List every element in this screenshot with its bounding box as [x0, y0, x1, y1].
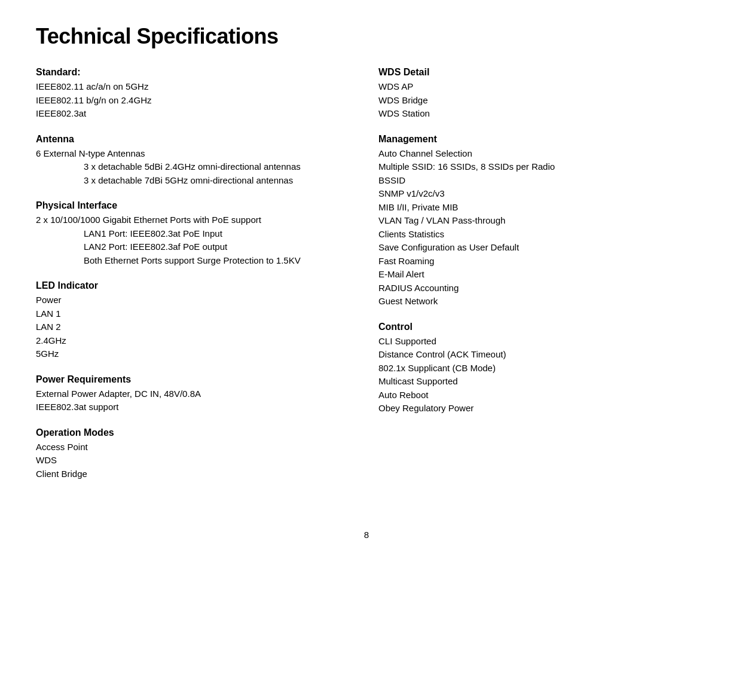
- content-area: Standard:IEEE802.11 ac/a/n on 5GHzIEEE80…: [36, 67, 697, 494]
- page-number: 8: [36, 530, 697, 540]
- section-item: LAN1 Port: IEEE802.3at PoE Input: [36, 227, 355, 241]
- section: Power RequirementsExternal Power Adapter…: [36, 374, 355, 414]
- right-column: WDS DetailWDS APWDS BridgeWDS StationMan…: [378, 67, 697, 494]
- section-item: Distance Control (ACK Timeout): [378, 348, 697, 362]
- section-item: 3 x detachable 7dBi 5GHz omni-directiona…: [36, 174, 355, 188]
- section-item: Auto Reboot: [378, 389, 697, 402]
- section-item: External Power Adapter, DC IN, 48V/0.8A: [36, 387, 355, 401]
- section: ControlCLI SupportedDistance Control (AC…: [378, 322, 697, 415]
- section-item: 802.1x Supplicant (CB Mode): [378, 362, 697, 375]
- section: Operation ModesAccess PointWDSClient Bri…: [36, 427, 355, 481]
- section-item: 2 x 10/100/1000 Gigabit Ethernet Ports w…: [36, 213, 355, 227]
- section-item: LAN2 Port: IEEE802.3af PoE output: [36, 240, 355, 254]
- section-heading: Power Requirements: [36, 374, 355, 385]
- section-item: 3 x detachable 5dBi 2.4GHz omni-directio…: [36, 160, 355, 174]
- section: Antenna6 External N-type Antennas3 x det…: [36, 134, 355, 188]
- section: ManagementAuto Channel SelectionMultiple…: [378, 134, 697, 308]
- section-item: Multicast Supported: [378, 375, 697, 389]
- section: WDS DetailWDS APWDS BridgeWDS Station: [378, 67, 697, 121]
- section-item: CLI Supported: [378, 335, 697, 349]
- section-item: Guest Network: [378, 295, 697, 308]
- section-heading: Standard:: [36, 67, 355, 78]
- section-item: 5GHz: [36, 347, 355, 361]
- section-heading: Antenna: [36, 134, 355, 145]
- section-item: IEEE802.11 ac/a/n on 5GHz: [36, 80, 355, 94]
- section-item: VLAN Tag / VLAN Pass-through: [378, 214, 697, 228]
- section-item: RADIUS Accounting: [378, 282, 697, 295]
- section-item: Save Configuration as User Default: [378, 241, 697, 255]
- section-heading: WDS Detail: [378, 67, 697, 78]
- page-title: Technical Specifications: [36, 24, 697, 49]
- section-heading: Management: [378, 134, 697, 145]
- section-item: MIB I/II, Private MIB: [378, 201, 697, 215]
- section-item: Power: [36, 294, 355, 307]
- section-item: 6 External N-type Antennas: [36, 147, 355, 161]
- section: LED IndicatorPowerLAN 1LAN 22.4GHz5GHz: [36, 280, 355, 361]
- section-item: WDS Bridge: [378, 94, 697, 108]
- section-item: SNMP v1/v2c/v3: [378, 187, 697, 201]
- section-item: 2.4GHz: [36, 334, 355, 348]
- section-item: Client Bridge: [36, 467, 355, 481]
- section-item: IEEE802.11 b/g/n on 2.4GHz: [36, 94, 355, 108]
- section-item: LAN 2: [36, 320, 355, 334]
- section-item: IEEE802.3at support: [36, 401, 355, 414]
- left-column: Standard:IEEE802.11 ac/a/n on 5GHzIEEE80…: [36, 67, 355, 494]
- section-item: Access Point: [36, 441, 355, 454]
- section-item: Clients Statistics: [378, 228, 697, 242]
- section-item: Multiple SSID: 16 SSIDs, 8 SSIDs per Rad…: [378, 160, 697, 174]
- section-heading: Control: [378, 322, 697, 332]
- section-item: Auto Channel Selection: [378, 147, 697, 161]
- section-item: WDS Station: [378, 107, 697, 121]
- section-heading: Operation Modes: [36, 427, 355, 438]
- section-item: BSSID: [378, 174, 697, 188]
- section: Physical Interface2 x 10/100/1000 Gigabi…: [36, 200, 355, 267]
- section-heading: LED Indicator: [36, 280, 355, 291]
- section-item: WDS: [36, 454, 355, 467]
- section-item: Both Ethernet Ports support Surge Protec…: [36, 254, 355, 268]
- section-item: Fast Roaming: [378, 255, 697, 268]
- section-heading: Physical Interface: [36, 200, 355, 211]
- section-item: LAN 1: [36, 307, 355, 321]
- section-item: WDS AP: [378, 80, 697, 94]
- section-item: IEEE802.3at: [36, 107, 355, 121]
- section-item: Obey Regulatory Power: [378, 402, 697, 415]
- section-item: E-Mail Alert: [378, 268, 697, 282]
- section: Standard:IEEE802.11 ac/a/n on 5GHzIEEE80…: [36, 67, 355, 121]
